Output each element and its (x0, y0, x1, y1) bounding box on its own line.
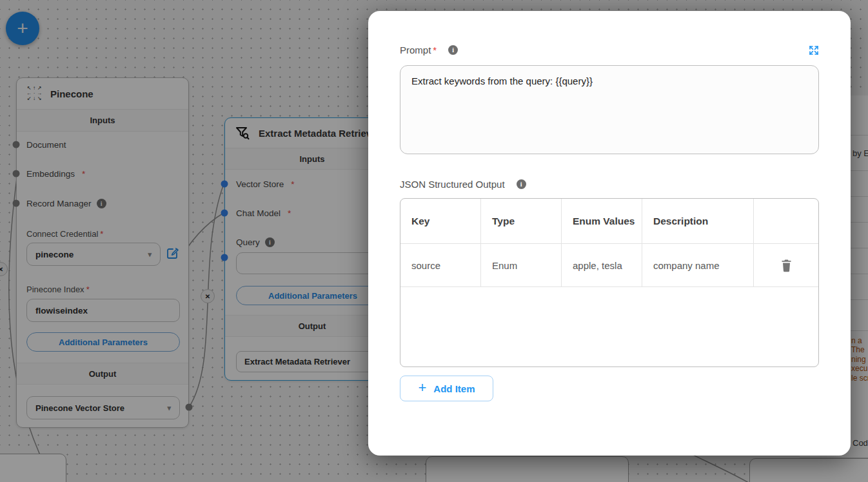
json-structured-output-label: JSON Structured Output i (400, 179, 526, 190)
header-description: Description (642, 199, 754, 244)
header-actions (754, 199, 818, 244)
plus-icon: + (418, 381, 426, 395)
cell-key: source (400, 244, 481, 287)
required-mark: * (433, 45, 437, 55)
header-type: Type (481, 199, 562, 244)
cell-type: Enum (481, 244, 562, 287)
delete-row-icon[interactable] (780, 259, 793, 272)
prompt-config-dialog: Prompt* i Extract keywords from the quer… (368, 11, 851, 456)
header-enum-values: Enum Values (562, 199, 642, 244)
flow-editor: + ↖↑↗ ←·→ ↙↓↘ Pinecone Inputs Document E… (0, 0, 868, 482)
info-icon[interactable]: i (517, 179, 526, 189)
expand-icon[interactable] (809, 45, 819, 55)
json-output-table: Key Type Enum Values Description source … (400, 198, 819, 367)
prompt-label: Prompt* i (400, 45, 458, 55)
table-row: source Enum apple, tesla company name (400, 244, 818, 287)
add-item-button[interactable]: + Add Item (400, 376, 493, 401)
table-header-row: Key Type Enum Values Description (400, 199, 818, 244)
cell-enum-values: apple, tesla (562, 244, 642, 287)
prompt-textarea[interactable]: Extract keywords from the query: {{query… (400, 65, 819, 154)
cell-description: company name (642, 244, 754, 287)
header-key: Key (400, 199, 481, 244)
info-icon[interactable]: i (448, 45, 458, 55)
